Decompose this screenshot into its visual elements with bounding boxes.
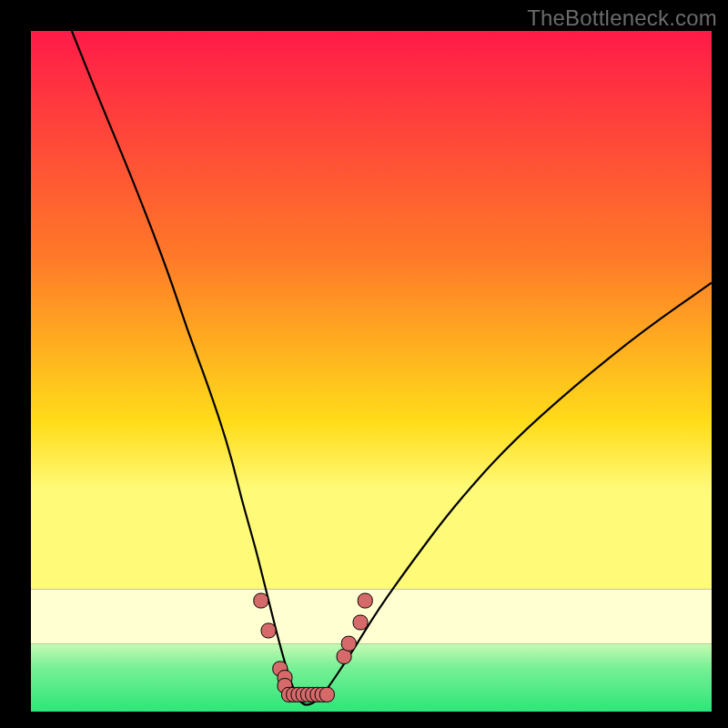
marker	[341, 636, 356, 651]
marker	[254, 593, 268, 608]
marker	[261, 623, 276, 638]
marker	[319, 687, 334, 702]
plot-area	[31, 31, 712, 712]
marker	[358, 593, 372, 608]
marker	[353, 615, 368, 630]
chart-frame: TheBottleneck.com	[0, 0, 728, 728]
chart-svg	[31, 31, 712, 712]
svg-rect-2	[31, 643, 712, 712]
marker	[337, 649, 351, 663]
attribution-watermark: TheBottleneck.com	[527, 5, 717, 31]
background-gradient	[31, 31, 712, 589]
svg-rect-0	[31, 31, 712, 589]
color-bands	[31, 589, 712, 712]
